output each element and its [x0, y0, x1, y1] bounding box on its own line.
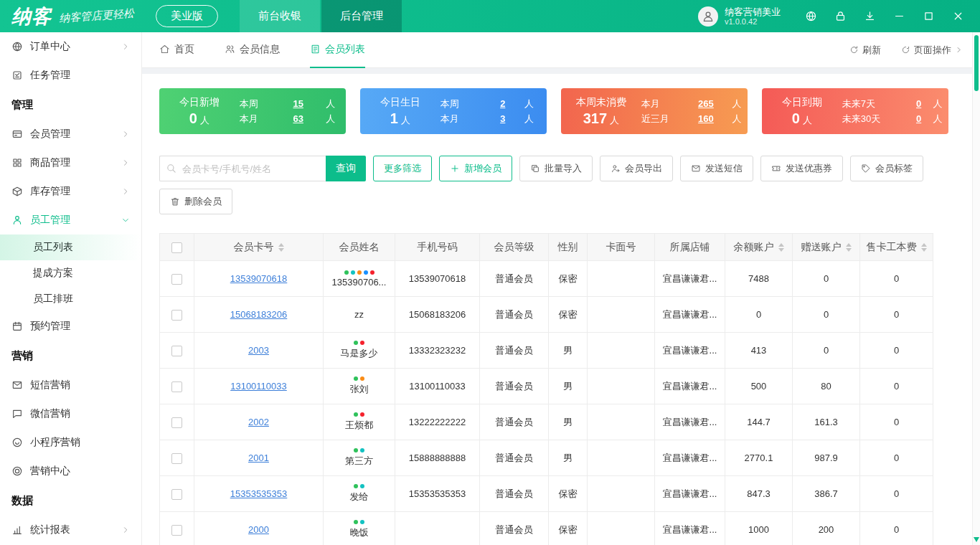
- member-level: 普通会员: [480, 404, 549, 440]
- member-card-link[interactable]: 13539070618: [230, 273, 288, 284]
- send-coupon-button[interactable]: 发送优惠券: [760, 156, 843, 181]
- sidebar-item-goods-management[interactable]: 商品管理: [0, 148, 141, 177]
- stat-link[interactable]: 未来30天0人: [842, 113, 948, 125]
- more-filter-button[interactable]: 更多筛选: [373, 156, 432, 181]
- account-info[interactable]: 纳客营销美业 v1.0.0.42: [698, 6, 781, 27]
- tab-member-info[interactable]: 会员信息: [225, 32, 280, 68]
- scrollbar-down-arrow-icon[interactable]: [974, 537, 979, 542]
- row-checkbox[interactable]: [171, 489, 182, 500]
- delete-member-button[interactable]: 删除会员: [159, 189, 232, 214]
- member-name-cell: zz: [324, 297, 395, 333]
- column-header: 性别: [549, 234, 588, 261]
- column-header[interactable]: 会员卡号: [194, 234, 324, 261]
- sidebar-item-statistics-report[interactable]: 统计报表: [0, 516, 141, 544]
- tab-home[interactable]: 首页: [159, 32, 194, 68]
- tab-member-list[interactable]: 会员列表: [310, 32, 365, 68]
- row-select-cell[interactable]: [160, 476, 194, 512]
- row-checkbox[interactable]: [171, 417, 182, 428]
- sort-icon[interactable]: [921, 243, 927, 252]
- search-input[interactable]: [159, 156, 326, 181]
- member-row: 2003马是多少13332323232普通会员男宜昌谦谦君...41300: [160, 333, 933, 369]
- tag-icon: [861, 164, 871, 174]
- stat-link[interactable]: 本月63人: [240, 113, 346, 125]
- batch-import-button[interactable]: 批量导入: [519, 156, 593, 181]
- member-card-link[interactable]: 2001: [248, 452, 269, 463]
- member-card-link[interactable]: 15353535353: [230, 488, 288, 499]
- card-fee: 0: [860, 333, 933, 369]
- query-button[interactable]: 查询: [326, 156, 366, 181]
- stat-link[interactable]: 近三月160人: [641, 113, 748, 125]
- row-select-cell[interactable]: [160, 297, 194, 333]
- sidebar-item-appointment-management[interactable]: 预约管理: [0, 312, 141, 341]
- row-checkbox[interactable]: [171, 346, 182, 356]
- refresh-button[interactable]: 刷新: [849, 44, 881, 57]
- row-checkbox[interactable]: [171, 310, 182, 321]
- sidebar-item-staff-management[interactable]: 员工管理: [0, 206, 141, 234]
- sidebar-subitem-commission-plan[interactable]: 提成方案: [0, 260, 141, 286]
- column-header[interactable]: 赠送账户: [793, 234, 860, 261]
- sidebar-item-inventory-management[interactable]: 库存管理: [0, 177, 141, 206]
- stat-link[interactable]: 本月265人: [641, 98, 748, 110]
- sort-icon[interactable]: [846, 243, 852, 252]
- page-ops-button[interactable]: 页面操作: [901, 44, 963, 57]
- member-card-link[interactable]: 2000: [248, 524, 269, 535]
- member-store: 宜昌谦谦君...: [655, 333, 725, 369]
- sidebar-subitem-staff-list[interactable]: 员工列表: [0, 234, 141, 260]
- row-checkbox[interactable]: [171, 525, 182, 536]
- select-all-checkbox[interactable]: [171, 242, 182, 253]
- sidebar-item-order-center[interactable]: 订单中心: [0, 32, 141, 61]
- download-icon[interactable]: [864, 10, 876, 22]
- member-card-link[interactable]: 2002: [248, 417, 269, 427]
- sort-icon[interactable]: [778, 243, 784, 252]
- edition-badge[interactable]: 美业版: [156, 5, 218, 27]
- top-nav-admin[interactable]: 后台管理: [321, 0, 402, 32]
- member-tags-button[interactable]: 会员标签: [850, 156, 923, 181]
- member-tag-dots: [324, 270, 395, 275]
- stat-link[interactable]: 本周2人: [440, 98, 547, 110]
- sidebar-subitem-staff-schedule[interactable]: 员工排班: [0, 286, 141, 312]
- row-checkbox[interactable]: [171, 274, 182, 285]
- close-button[interactable]: [952, 10, 964, 22]
- sidebar-item-marketing-center[interactable]: 营销中心: [0, 457, 141, 485]
- row-select-cell[interactable]: [160, 369, 194, 404]
- scrollbar-thumb[interactable]: [974, 35, 979, 91]
- stat-link[interactable]: 本月3人: [440, 113, 547, 125]
- member-export-button[interactable]: 会员导出: [600, 156, 673, 181]
- row-select-cell[interactable]: [160, 333, 194, 369]
- stat-card-expire-today: 今日到期0人未来7天0人未来30天0人: [762, 88, 948, 134]
- sidebar-item-task-management[interactable]: 任务管理: [0, 61, 141, 90]
- send-sms-button[interactable]: 发送短信: [680, 156, 753, 181]
- goods-icon: [11, 157, 23, 169]
- top-nav-cashier[interactable]: 前台收银: [240, 0, 320, 32]
- column-header[interactable]: 余额账户: [725, 234, 793, 261]
- member-card-link[interactable]: 15068183206: [230, 309, 288, 320]
- add-member-button[interactable]: 新增会员: [439, 156, 512, 181]
- stat-link[interactable]: 本周15人: [240, 98, 346, 110]
- sidebar-item-member-management[interactable]: 会员管理: [0, 120, 141, 148]
- sort-icon[interactable]: [278, 243, 284, 252]
- sidebar-item-sms-marketing[interactable]: 短信营销: [0, 371, 141, 399]
- row-checkbox[interactable]: [171, 453, 182, 464]
- row-checkbox[interactable]: [171, 382, 182, 392]
- column-header[interactable]: 售卡工本费: [860, 234, 933, 261]
- sidebar-item-wechat-marketing[interactable]: 微信营销: [0, 399, 141, 428]
- member-card-link[interactable]: 13100110033: [230, 381, 287, 392]
- select-all-header[interactable]: [160, 234, 194, 261]
- browser-icon[interactable]: [805, 10, 817, 22]
- member-card-link[interactable]: 2003: [248, 345, 269, 356]
- row-select-cell[interactable]: [160, 404, 194, 440]
- lock-icon[interactable]: [834, 10, 847, 22]
- top-header: 纳客 纳客管店更轻松 美业版 前台收银后台管理 纳客营销美业 v1.0.0.42: [0, 0, 980, 32]
- minimize-button[interactable]: [893, 10, 905, 22]
- row-select-cell[interactable]: [160, 512, 194, 545]
- vertical-scrollbar[interactable]: [972, 32, 980, 545]
- top-nav: 前台收银后台管理: [238, 0, 402, 32]
- stat-link[interactable]: 未来7天0人: [842, 98, 948, 110]
- member-level: 普通会员: [480, 440, 549, 476]
- maximize-button[interactable]: [923, 10, 935, 22]
- row-select-cell[interactable]: [160, 261, 194, 297]
- row-select-cell[interactable]: [160, 440, 194, 476]
- search-icon: [166, 163, 176, 174]
- import-icon: [530, 164, 540, 174]
- sidebar-item-miniprogram-marketing[interactable]: 小程序营销: [0, 428, 141, 457]
